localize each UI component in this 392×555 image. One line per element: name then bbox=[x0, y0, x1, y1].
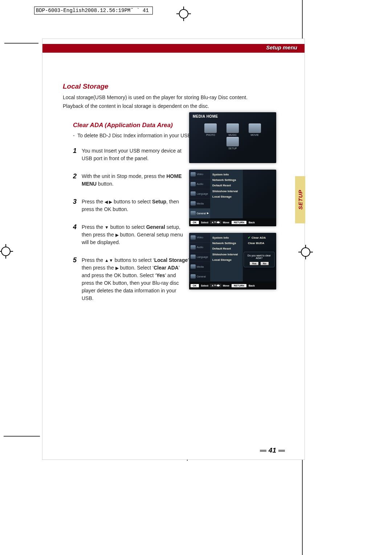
section-title: Local Storage bbox=[63, 82, 288, 90]
step-text: You must Insert your USB memory device a… bbox=[82, 147, 189, 162]
menu-options: System Info Network Settings Default Res… bbox=[210, 170, 243, 218]
step-text: Press the ▼ button to select General set… bbox=[82, 223, 189, 246]
menu-option: Local Storage bbox=[212, 194, 241, 199]
crop-mark bbox=[4, 436, 40, 437]
step-3: 3 Press the ◀ ▶ buttons to select Setup,… bbox=[73, 198, 189, 213]
media-icon bbox=[191, 201, 196, 206]
breadcrumb-bar bbox=[42, 44, 305, 53]
footer-label: Select bbox=[201, 284, 209, 287]
setup-icon bbox=[226, 137, 239, 146]
return-pill: RETURN bbox=[232, 221, 246, 224]
yes-button[interactable]: Yes bbox=[249, 262, 259, 266]
breadcrumb: Setup menu bbox=[266, 44, 297, 50]
registration-mark bbox=[0, 244, 13, 259]
ok-pill: OK bbox=[191, 221, 199, 224]
move-icons: ▲▼◀▶ bbox=[210, 220, 221, 224]
sidebar-item-audio: Audio bbox=[189, 243, 210, 252]
photo-icon bbox=[204, 123, 217, 133]
step-2: 2 With the unit in Stop mode, press the … bbox=[73, 173, 189, 188]
media-cell-setup: SETUP bbox=[226, 137, 239, 150]
print-header: BDP-6003-English2008.12.56:19PM˘ ` 41 bbox=[34, 7, 153, 15]
language-icon bbox=[191, 191, 196, 196]
menu-sidebar: Video Audio Language Media General ▶ bbox=[189, 170, 210, 218]
steps-list: 1 You must Insert your USB memory device… bbox=[73, 147, 189, 302]
section-tab-label: SETUP bbox=[297, 190, 303, 210]
media-cell-photo: PHOTO bbox=[204, 123, 217, 136]
language-icon bbox=[191, 255, 196, 259]
footer-label: Back bbox=[249, 221, 255, 224]
screenshot-footer: OK Select ▲▼◀▶ Move RETURN Back bbox=[189, 218, 276, 226]
intro-line: Local storage(USB Memory) is used on the… bbox=[63, 93, 288, 102]
nav-up-down-icon: ▲▼ bbox=[105, 257, 113, 264]
sidebar-item-audio: Audio bbox=[189, 179, 210, 189]
return-pill: RETURN bbox=[232, 284, 246, 287]
sidebar-item-media: Media bbox=[189, 199, 210, 208]
action-clear-ada: ✔Clear ADA bbox=[248, 235, 275, 240]
screenshot-clear-ada: Video Audio Language Media General Syste… bbox=[189, 233, 276, 289]
step-number: 1 bbox=[73, 147, 82, 162]
sidebar-item-general: General bbox=[189, 272, 210, 281]
general-icon bbox=[191, 211, 196, 215]
menu-option: Slideshow Interval bbox=[212, 189, 241, 194]
step-text: Press the ▲▼ buttons to select ‘Local St… bbox=[82, 256, 189, 302]
music-icon bbox=[226, 123, 239, 133]
footer-label: Back bbox=[249, 284, 255, 287]
step-text: Press the ◀ ▶ buttons to select Setup, t… bbox=[82, 198, 189, 213]
nav-right-icon: ▶ bbox=[115, 232, 119, 238]
confirm-dialog: Do you want to clear ADA? Yes No bbox=[244, 252, 275, 267]
menu-option: Default Reset bbox=[212, 246, 241, 251]
nav-down-icon: ▼ bbox=[105, 224, 109, 231]
footer-label: Move bbox=[223, 221, 229, 224]
chevron-right-icon: ▶ bbox=[207, 212, 209, 215]
general-icon bbox=[191, 274, 196, 279]
page-number: 41 bbox=[258, 446, 287, 454]
footer-label: Select bbox=[201, 221, 209, 224]
menu-option: System Info bbox=[212, 235, 241, 240]
cell-label: SETUP bbox=[226, 147, 239, 150]
step-number: 2 bbox=[73, 173, 82, 188]
manual-page: Setup menu SETUP Local Storage Local sto… bbox=[42, 39, 305, 460]
registration-mark bbox=[298, 245, 313, 259]
registration-mark bbox=[176, 7, 191, 21]
cell-label: MUSIC bbox=[226, 134, 239, 136]
cell-label: MOVIE bbox=[249, 134, 261, 136]
menu-sidebar: Video Audio Language Media General bbox=[189, 233, 210, 281]
menu-option: Default Reset bbox=[212, 183, 241, 188]
sidebar-item-general: General ▶ bbox=[189, 208, 210, 218]
crop-mark bbox=[302, 0, 303, 40]
screenshot-footer: OK Select ▲▼◀▶ Move RETURN Back bbox=[189, 281, 276, 289]
video-icon bbox=[191, 235, 196, 240]
menu-option: Network Settings bbox=[212, 240, 241, 246]
step-number: 3 bbox=[73, 198, 82, 213]
video-icon bbox=[191, 172, 196, 177]
cell-label: PHOTO bbox=[204, 134, 217, 136]
page-number-bar bbox=[260, 450, 266, 452]
screenshot-general-menu: Video Audio Language Media General ▶ Sys… bbox=[189, 170, 276, 226]
section-tab: SETUP bbox=[295, 176, 305, 223]
page-number-bar bbox=[278, 450, 285, 452]
dialog-message: Do you want to clear ADA? bbox=[245, 254, 274, 259]
step-number: 4 bbox=[73, 223, 82, 246]
screenshots-column: MEDIA HOME PHOTO MUSIC MOVIE SETUP Video… bbox=[189, 112, 276, 296]
movie-icon bbox=[249, 123, 261, 133]
screenshot-title: MEDIA HOME bbox=[193, 114, 273, 118]
media-icon bbox=[191, 264, 196, 269]
nav-right-icon: ▶ bbox=[115, 265, 119, 271]
menu-option: Local Storage bbox=[212, 257, 241, 263]
step-5: 5 Press the ▲▼ buttons to select ‘Local … bbox=[73, 256, 189, 302]
no-button[interactable]: No bbox=[260, 262, 269, 266]
step-4: 4 Press the ▼ button to select General s… bbox=[73, 223, 189, 246]
ok-pill: OK bbox=[191, 284, 199, 287]
action-clear-buda: Clear BUDA bbox=[248, 240, 275, 246]
sidebar-item-media: Media bbox=[189, 262, 210, 272]
intro-line: Playback of the content in local storage… bbox=[63, 102, 288, 111]
audio-icon bbox=[191, 182, 196, 186]
sidebar-item-video: Video bbox=[189, 170, 210, 179]
footer-label: Move bbox=[223, 284, 229, 287]
media-cell-music: MUSIC bbox=[226, 123, 239, 136]
sidebar-item-video: Video bbox=[189, 233, 210, 243]
screenshot-media-home: MEDIA HOME PHOTO MUSIC MOVIE SETUP bbox=[189, 112, 276, 163]
menu-option: System Info bbox=[212, 172, 241, 177]
crop-mark bbox=[4, 43, 38, 44]
menu-option: Slideshow Interval bbox=[212, 252, 241, 257]
